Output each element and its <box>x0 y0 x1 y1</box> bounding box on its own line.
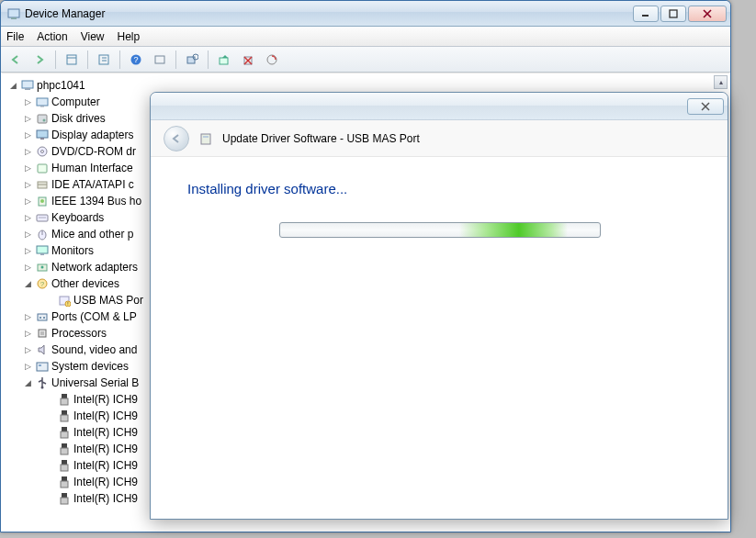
close-button[interactable] <box>688 6 727 22</box>
dialog-body: Installing driver software... <box>151 157 728 262</box>
expand-icon[interactable]: ▷ <box>22 226 33 242</box>
svg-rect-6 <box>67 55 76 64</box>
expand-icon[interactable]: ▷ <box>22 110 33 127</box>
arrow-left-icon <box>170 132 183 145</box>
expand-icon[interactable]: ▷ <box>22 325 33 342</box>
usbplug-icon <box>57 458 72 473</box>
expand-icon[interactable]: ▷ <box>22 358 33 375</box>
computer-icon <box>20 78 35 93</box>
nav-forward-button[interactable] <box>28 50 51 70</box>
svg-point-51 <box>43 317 45 319</box>
expand-icon[interactable]: ▷ <box>22 259 33 275</box>
expand-icon[interactable]: ▷ <box>22 143 33 160</box>
expand-icon[interactable]: ▷ <box>22 193 33 209</box>
svg-rect-40 <box>37 246 48 253</box>
expand-icon[interactable]: ▷ <box>22 176 33 193</box>
tree-node-label: DVD/CD-ROM dr <box>51 143 136 160</box>
dialog-header: Update Driver Software - USB MAS Port <box>151 120 728 157</box>
svg-rect-27 <box>37 130 48 138</box>
dialog-header-text: Update Driver Software - USB MAS Port <box>222 132 420 145</box>
collapse-icon[interactable]: ◢ <box>7 77 18 94</box>
svg-point-43 <box>41 266 44 269</box>
svg-rect-61 <box>62 427 67 432</box>
update-driver-button[interactable] <box>213 50 235 70</box>
scan-hardware-button[interactable] <box>181 50 203 70</box>
ide-icon <box>35 177 50 192</box>
svg-rect-22 <box>25 88 30 90</box>
nav-back-button[interactable] <box>5 50 27 70</box>
expand-icon[interactable]: ▷ <box>22 308 33 325</box>
menubar: File Action View Help <box>1 27 730 47</box>
properties-button[interactable] <box>93 50 115 70</box>
menu-view[interactable]: View <box>81 30 105 43</box>
svg-rect-31 <box>38 164 47 173</box>
minimize-button[interactable] <box>633 6 659 22</box>
tree-node-label: Network adapters <box>51 259 138 275</box>
monitor-icon <box>35 243 50 258</box>
menu-file[interactable]: File <box>6 30 24 43</box>
cpu-icon <box>35 326 50 341</box>
expand-icon[interactable]: ▷ <box>22 94 33 110</box>
optical-icon <box>35 144 50 159</box>
usbplug-icon <box>57 491 72 506</box>
svg-rect-3 <box>670 10 677 17</box>
svg-rect-16 <box>220 58 228 64</box>
collapse-icon[interactable]: ◢ <box>22 275 33 292</box>
scroll-up-button[interactable]: ▴ <box>714 75 728 89</box>
tree-node-label: Intel(R) ICH9 <box>73 424 138 441</box>
keyboard-icon <box>35 210 50 225</box>
svg-rect-54 <box>37 363 48 371</box>
tree-node-label: Human Interface <box>51 160 133 176</box>
menu-help[interactable]: Help <box>118 30 141 43</box>
menu-action[interactable]: Action <box>37 30 67 43</box>
svg-rect-58 <box>61 398 68 405</box>
action-button[interactable] <box>149 50 171 70</box>
svg-rect-63 <box>62 443 67 448</box>
dialog-titlebar[interactable] <box>151 93 728 120</box>
collapse-icon[interactable]: ◢ <box>22 375 33 391</box>
tree-node-label: Sound, video and <box>51 342 137 358</box>
tree-node-label: Monitors <box>51 242 94 259</box>
maximize-button[interactable] <box>660 6 686 22</box>
svg-rect-74 <box>203 136 209 138</box>
tree-node-label: Disk drives <box>51 110 106 127</box>
dialog-close-button[interactable] <box>687 98 724 115</box>
tree-node-label: IEEE 1394 Bus ho <box>51 193 141 209</box>
expand-icon[interactable]: ▷ <box>22 127 33 143</box>
uninstall-button[interactable] <box>237 50 259 70</box>
system-icon <box>35 359 50 374</box>
disable-button[interactable] <box>261 50 283 70</box>
svg-rect-69 <box>62 493 67 498</box>
hid-icon <box>35 161 50 175</box>
titlebar[interactable]: Device Manager <box>1 1 730 27</box>
tree-node-label: Intel(R) ICH9 <box>73 441 138 457</box>
expand-icon[interactable]: ▷ <box>22 242 33 259</box>
tree-node-label: Computer <box>51 94 100 110</box>
svg-rect-25 <box>38 115 47 123</box>
tree-node-label: Mice and other p <box>51 226 133 242</box>
app-icon <box>6 6 21 21</box>
svg-rect-65 <box>62 460 67 465</box>
svg-rect-13 <box>155 56 164 63</box>
other-devices-icon: ? <box>35 276 50 291</box>
tree-root-label: phpc1041 <box>37 77 85 94</box>
tree-leaf-label: USB MAS Por <box>73 292 143 308</box>
svg-rect-14 <box>187 57 195 63</box>
show-hide-tree-button[interactable] <box>61 50 83 70</box>
help-button[interactable]: ? <box>125 50 147 70</box>
svg-point-26 <box>43 119 46 122</box>
svg-rect-57 <box>62 394 67 398</box>
mouse-icon <box>35 227 50 241</box>
svg-rect-41 <box>40 253 44 255</box>
tree-node-label: Intel(R) ICH9 <box>73 457 138 474</box>
svg-rect-49 <box>38 314 47 320</box>
expand-icon[interactable]: ▷ <box>22 342 33 358</box>
tree-node-label: Processors <box>51 325 107 342</box>
network-icon <box>35 260 50 275</box>
usbplug-icon <box>57 392 72 407</box>
expand-icon[interactable]: ▷ <box>22 160 33 176</box>
tree-node-label: Intel(R) ICH9 <box>73 391 138 408</box>
svg-rect-60 <box>61 415 68 421</box>
svg-rect-66 <box>61 465 68 471</box>
expand-icon[interactable]: ▷ <box>22 209 33 226</box>
